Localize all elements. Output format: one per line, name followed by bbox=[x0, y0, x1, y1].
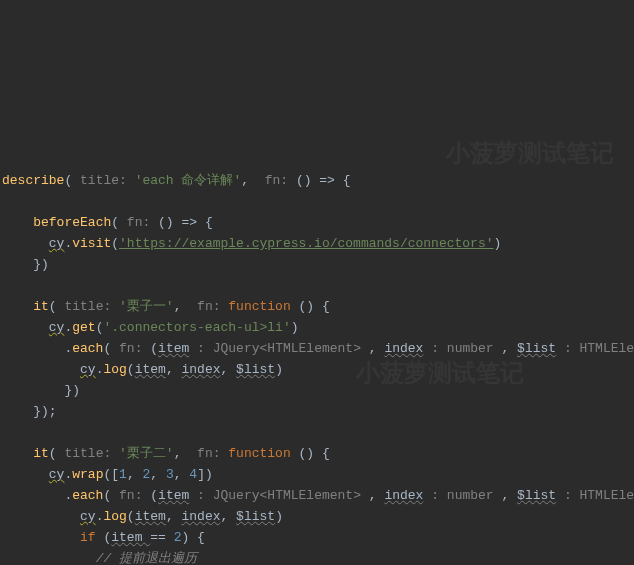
code-line: .each( fn: (item : JQuery<HTMLElement> ,… bbox=[2, 341, 634, 356]
code-line: it( title: '栗子二', fn: function () { bbox=[2, 446, 330, 461]
code-line: }); bbox=[2, 404, 57, 419]
code-line: cy.get('.connectors-each-ul>li') bbox=[2, 320, 299, 335]
code-line: if (item == 2) { bbox=[2, 530, 205, 545]
code-line: beforeEach( fn: () => { bbox=[2, 215, 213, 230]
code-line: // 提前退出遍历 bbox=[2, 551, 197, 565]
watermark: 小菠萝测试笔记 bbox=[356, 364, 524, 385]
code-line: .each( fn: (item : JQuery<HTMLElement> ,… bbox=[2, 488, 634, 503]
watermark: 小菠萝测试笔记 bbox=[446, 144, 614, 165]
code-line: }) bbox=[2, 383, 80, 398]
code-line: describe( title: 'each 命令详解', fn: () => … bbox=[2, 173, 351, 188]
code-line: cy.log(item, index, $list) bbox=[2, 362, 283, 377]
code-editor: 小菠萝测试笔记 小菠萝测试笔记 小菠萝测试笔记 describe( title:… bbox=[0, 84, 634, 565]
code-line: cy.visit('https://example.cypress.io/com… bbox=[2, 236, 501, 251]
code-line: }) bbox=[2, 257, 49, 272]
code-line: cy.log(item, index, $list) bbox=[2, 509, 283, 524]
code-line: cy.wrap([1, 2, 3, 4]) bbox=[2, 467, 213, 482]
code-line: it( title: '栗子一', fn: function () { bbox=[2, 299, 330, 314]
